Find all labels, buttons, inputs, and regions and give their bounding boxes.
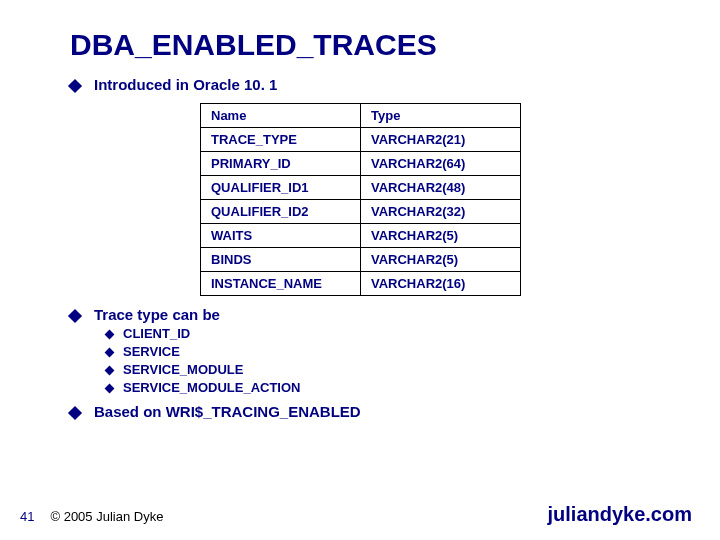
bullet-icon (105, 330, 115, 340)
cell-name: INSTANCE_NAME (201, 272, 361, 296)
list-item: SERVICE (106, 344, 680, 359)
bullet-tracetype: Trace type can be (70, 306, 680, 323)
cell-type: VARCHAR2(32) (361, 200, 521, 224)
bullet-icon (68, 406, 82, 420)
table-row: QUALIFIER_ID1VARCHAR2(48) (201, 176, 521, 200)
cell-name: QUALIFIER_ID1 (201, 176, 361, 200)
bullet-icon (105, 366, 115, 376)
site-brand: juliandyke.com (548, 503, 693, 526)
cell-name: QUALIFIER_ID2 (201, 200, 361, 224)
cell-type: VARCHAR2(21) (361, 128, 521, 152)
table-row: TRACE_TYPEVARCHAR2(21) (201, 128, 521, 152)
list-item-label: SERVICE_MODULE_ACTION (123, 380, 300, 395)
list-item-label: SERVICE_MODULE (123, 362, 243, 377)
bullet-icon (105, 384, 115, 394)
header-name: Name (201, 104, 361, 128)
cell-type: VARCHAR2(64) (361, 152, 521, 176)
bullet-introduced: Introduced in Oracle 10. 1 (70, 76, 680, 93)
bullet-text: Trace type can be (94, 306, 220, 323)
slide-body: DBA_ENABLED_TRACES Introduced in Oracle … (0, 0, 720, 433)
cell-type: VARCHAR2(48) (361, 176, 521, 200)
list-item-label: CLIENT_ID (123, 326, 190, 341)
cell-name: PRIMARY_ID (201, 152, 361, 176)
list-item-label: SERVICE (123, 344, 180, 359)
table-row: BINDSVARCHAR2(5) (201, 248, 521, 272)
based-object: WRI$_TRACING_ENABLED (166, 403, 361, 420)
page-number: 41 (20, 509, 34, 524)
list-item: SERVICE_MODULE (106, 362, 680, 377)
table-row: PRIMARY_IDVARCHAR2(64) (201, 152, 521, 176)
table-container: Name Type TRACE_TYPEVARCHAR2(21)PRIMARY_… (200, 103, 680, 296)
trace-type-list: CLIENT_IDSERVICESERVICE_MODULESERVICE_MO… (106, 326, 680, 395)
bullet-text: Based on WRI$_TRACING_ENABLED (94, 403, 361, 420)
slide-title: DBA_ENABLED_TRACES (70, 28, 680, 62)
bullet-based-on: Based on WRI$_TRACING_ENABLED (70, 403, 680, 420)
header-type: Type (361, 104, 521, 128)
list-item: SERVICE_MODULE_ACTION (106, 380, 680, 395)
table-header-row: Name Type (201, 104, 521, 128)
columns-table: Name Type TRACE_TYPEVARCHAR2(21)PRIMARY_… (200, 103, 521, 296)
cell-type: VARCHAR2(5) (361, 248, 521, 272)
table-row: WAITSVARCHAR2(5) (201, 224, 521, 248)
copyright: © 2005 Julian Dyke (50, 509, 163, 524)
footer-left: 41 © 2005 Julian Dyke (20, 509, 163, 524)
cell-type: VARCHAR2(5) (361, 224, 521, 248)
cell-name: WAITS (201, 224, 361, 248)
list-item: CLIENT_ID (106, 326, 680, 341)
bullet-text: Introduced in Oracle 10. 1 (94, 76, 277, 93)
bullet-icon (68, 309, 82, 323)
bullet-icon (68, 79, 82, 93)
cell-type: VARCHAR2(16) (361, 272, 521, 296)
based-prefix: Based on (94, 403, 166, 420)
cell-name: TRACE_TYPE (201, 128, 361, 152)
table-row: INSTANCE_NAMEVARCHAR2(16) (201, 272, 521, 296)
table-row: QUALIFIER_ID2VARCHAR2(32) (201, 200, 521, 224)
bullet-icon (105, 348, 115, 358)
cell-name: BINDS (201, 248, 361, 272)
